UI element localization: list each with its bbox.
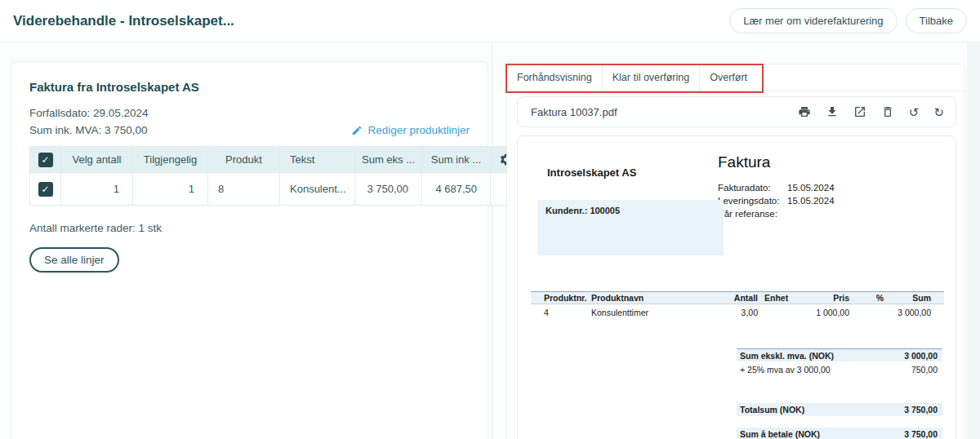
tab-klar-til-overforing[interactable]: Klar til overføring [603,64,700,91]
rotate-ccw-icon[interactable]: ↺ [909,106,920,118]
print-icon[interactable] [798,105,811,118]
edit-link-label: Rediger produktlinjer [368,124,470,136]
col-header-sum-ink[interactable]: Sum ink ... [422,147,491,173]
cell-sum-ink: 4 687,50 [422,173,491,206]
pdf-customer-box: Kundenr.: 100005 [537,200,724,255]
pdf-toolbar: ↺ ↻ [798,105,944,118]
pdf-total-sum-ekskl: Sum ekskl. mva. (NOK) 3 000,00 [737,348,942,361]
open-external-icon[interactable] [853,105,866,118]
col-header-produkt[interactable]: Produkt [208,147,280,173]
pdf-meta-leveringsdato: Leveringsdato: 15.05.2024 [718,196,835,206]
pdf-doc-title: Faktura [718,153,770,171]
learn-more-button[interactable]: Lær mer om viderefakturering [729,8,897,33]
pdf-table-row: 4 Konsulenttimer 3,00 1 000,00 3 000,00 [531,306,944,319]
panel-divider [492,42,492,439]
product-lines-table: ✓ Velg antall Tilgjengelig Produkt Tekst… [29,146,521,206]
tab-overfort[interactable]: Overført [700,64,757,91]
table-row: ✓ 1 1 8 Konsulent... 3 750,00 4 687,50 [30,173,521,206]
rotate-cw-icon[interactable]: ↻ [933,106,944,118]
pdf-meta-fakturadato: Fakturadato: 15.05.2024 [718,183,835,193]
pdf-total-totalsum: Totalsum (NOK) 3 750,00 [737,403,942,416]
preview-card: Forhåndsvisning Klar til overføring Over… [506,64,965,439]
cell-sum-eks: 3 750,00 [355,173,422,206]
tab-forhandsvisning[interactable]: Forhåndsvisning [507,64,603,91]
cell-tekst: Konsulent... [280,173,355,206]
pdf-customer-number: Kundenr.: 100005 [546,206,620,215]
pdf-preview: Introselskapet AS Faktura Fakturadato: 1… [517,135,956,439]
pdf-company-name: Introselskapet AS [547,166,636,179]
table-header-row: ✓ Velg antall Tilgjengelig Produkt Tekst… [30,147,521,173]
due-date-line: Forfallsdato: 29.05.2024 [29,107,470,119]
pdf-total-sum-a-betale: Sum å betale (NOK) 3 750,00 [737,428,942,439]
col-header-tilgjengelig[interactable]: Tilgjengelig [133,147,208,173]
col-header-tekst[interactable]: Tekst [280,147,355,173]
pdf-file-row: Faktura 10037.pdf ↺ ↻ [517,96,956,127]
pdf-table-header: Produktnr. Produktnavn Antall Enhet Pris… [531,291,944,304]
see-all-lines-button[interactable]: Se alle linjer [29,247,119,273]
scrollbar[interactable] [967,42,980,439]
topbar-actions: Lær mer om viderefakturering Tilbake [729,8,967,33]
page-title: Viderebehandle - Introselskapet... [13,13,234,29]
marked-rows-count: Antall markerte rader: 1 stk [29,222,470,234]
invoice-card-title: Faktura fra Introselskapet AS [29,80,470,94]
pdf-file-name: Faktura 10037.pdf [531,106,617,118]
pdf-meta-var-referanse: Vår referanse: [718,209,787,219]
delete-icon[interactable] [881,105,894,118]
top-bar: Viderebehandle - Introselskapet... Lær m… [0,0,980,42]
col-header-sum-eks[interactable]: Sum eks ... [355,147,422,173]
cell-tilgjengelig: 1 [133,173,208,206]
cell-velg-antall[interactable]: 1 [61,173,133,206]
preview-tabs: Forhåndsvisning Klar til overføring Over… [507,64,964,91]
back-button[interactable]: Tilbake [906,8,967,33]
cell-produkt: 8 [208,173,280,206]
pdf-total-mva: + 25% mva av 3 000,00 750,00 [737,363,942,376]
pencil-icon [351,125,363,136]
row-checkbox[interactable]: ✓ [38,182,53,197]
edit-product-lines-link[interactable]: Rediger produktlinjer [351,124,470,136]
sum-incl-line: Sum ink. MVA: 3 750,00 [29,124,148,136]
col-header-velg-antall[interactable]: Velg antall [61,147,133,173]
select-all-checkbox[interactable]: ✓ [38,153,53,167]
download-icon[interactable] [826,105,839,118]
invoice-source-card: Faktura fra Introselskapet AS Forfallsda… [11,61,488,439]
